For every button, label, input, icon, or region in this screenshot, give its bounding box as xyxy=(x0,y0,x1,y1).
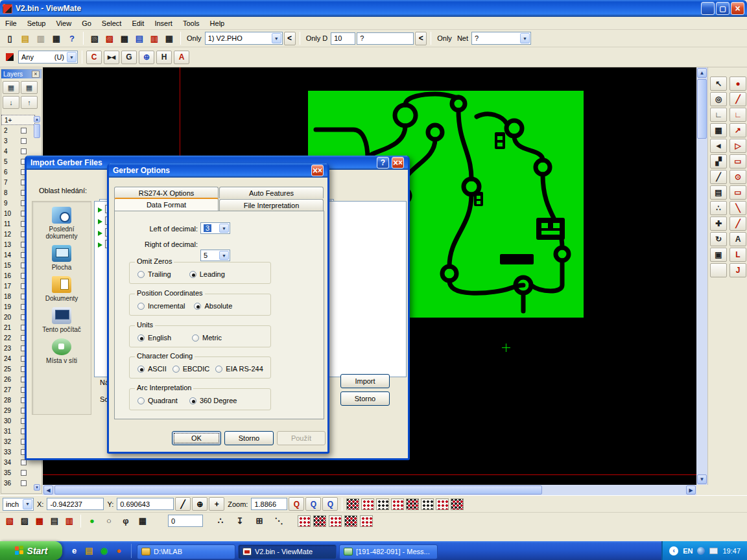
dcode-pattern-icon-5[interactable] xyxy=(360,515,373,527)
dcode-filter-field[interactable]: ? xyxy=(357,32,414,45)
add-pad-icon[interactable]: ◎ xyxy=(710,92,727,106)
chevron-down-icon[interactable] xyxy=(520,33,530,43)
gerber-dialog-titlebar[interactable]: Gerber Options × xyxy=(109,163,327,178)
menu-item[interactable]: File xyxy=(0,18,22,29)
units-combo[interactable]: inch xyxy=(3,498,34,511)
square-tool-icon[interactable]: ▣ xyxy=(710,248,727,262)
scroll-right-button[interactable] xyxy=(686,485,696,495)
layer-color-chip[interactable] xyxy=(21,138,27,144)
layer-combo[interactable]: 1) V2.PHO xyxy=(205,32,283,45)
tab[interactable]: Data Format xyxy=(114,198,219,211)
dots-tool-icon[interactable]: ∴ xyxy=(710,201,727,215)
aperture-film-icon[interactable]: ▨ xyxy=(102,32,117,45)
any-filter-combo[interactable]: Any (U) xyxy=(18,51,78,64)
place-item[interactable]: Poslední dokumenty xyxy=(32,202,91,240)
spacer-icon[interactable] xyxy=(710,263,727,277)
letter-a-icon[interactable]: A xyxy=(174,51,189,64)
scroll-left-button[interactable] xyxy=(43,485,53,495)
led-green-icon[interactable]: ● xyxy=(85,514,99,528)
dcode-pattern-icon-2[interactable] xyxy=(313,515,326,527)
dcode-pattern-icon-4[interactable] xyxy=(344,515,357,527)
measure-film-icon[interactable]: ▦ xyxy=(162,32,176,45)
help-icon[interactable]: ? xyxy=(377,157,389,169)
overlay-pattern-icon-3[interactable] xyxy=(376,498,389,510)
updater-icon[interactable]: ◉ xyxy=(99,545,110,556)
layers-scroll-down-icon[interactable] xyxy=(34,484,40,491)
radio-option[interactable]: Metric xyxy=(192,334,222,342)
internet-explorer-icon[interactable]: e xyxy=(69,545,80,556)
layers-scroll-thumb[interactable] xyxy=(34,124,40,138)
anchor-frame-icon[interactable]: ⊞ xyxy=(252,514,267,528)
layer-color-chip[interactable] xyxy=(21,128,27,134)
anchor-down-icon[interactable]: ↧ xyxy=(233,514,247,528)
place-item[interactable]: Dokumenty xyxy=(32,271,91,302)
save-icon[interactable]: ▥ xyxy=(34,32,48,45)
move-layer-down-icon[interactable] xyxy=(3,96,19,109)
layer-row[interactable]: 2 xyxy=(1,125,35,135)
left-decimal-combo[interactable]: 3 xyxy=(200,222,230,234)
browser-icon[interactable]: ● xyxy=(113,545,124,556)
overlay-pattern-icon-7[interactable] xyxy=(436,498,449,510)
layer-film-icon[interactable]: ▩ xyxy=(117,32,132,45)
tray-keyboard-icon[interactable] xyxy=(709,548,718,554)
lamp-icon[interactable]: ○ xyxy=(102,514,116,528)
language-indicator[interactable]: EN xyxy=(683,547,693,555)
film-select-icon[interactable]: ▧ xyxy=(3,514,17,528)
layer-color-chip[interactable] xyxy=(21,480,27,486)
layer-row[interactable]: 3 xyxy=(1,135,35,146)
film-box-icon[interactable]: ▥ xyxy=(147,32,161,45)
place-item[interactable]: Plocha xyxy=(32,240,91,271)
help-select-icon[interactable]: ? xyxy=(65,32,79,45)
add-diagonal-icon[interactable]: ↗ xyxy=(729,123,746,137)
net-combo[interactable]: ? xyxy=(471,32,531,45)
probe-icon[interactable]: φ xyxy=(119,514,133,528)
radio-option[interactable]: English xyxy=(137,334,171,342)
dcode-pattern-icon-1[interactable] xyxy=(298,515,311,527)
scroll-down-button[interactable] xyxy=(697,474,707,484)
layer-table-icon[interactable] xyxy=(3,81,19,94)
origin-icon[interactable]: ⊕ xyxy=(192,497,208,511)
select-cursor-icon[interactable]: ↖ xyxy=(710,76,727,91)
film-merge-icon[interactable]: ▩ xyxy=(32,514,47,528)
chevron-down-icon[interactable] xyxy=(23,499,32,509)
menu-item[interactable]: View xyxy=(51,18,77,29)
bowtie-icon[interactable]: ▸◂ xyxy=(104,51,119,64)
radio-option[interactable]: EBCDIC xyxy=(172,365,210,373)
outline-rect-icon[interactable]: ▭ xyxy=(729,154,746,169)
text-tool-icon[interactable]: A xyxy=(729,232,746,246)
next-shape-icon[interactable]: ▷ xyxy=(729,139,746,153)
layer-color-chip[interactable] xyxy=(21,470,27,476)
measure-icon[interactable]: ╱ xyxy=(175,497,191,511)
prev-shape-icon[interactable]: ◄ xyxy=(710,139,727,153)
close-icon[interactable]: × xyxy=(392,157,404,169)
radio-option[interactable]: Incremental xyxy=(137,302,185,310)
layer-row[interactable]: 36 xyxy=(1,478,35,488)
move-layer-up-icon[interactable] xyxy=(21,96,38,109)
radio-option[interactable]: Absolute xyxy=(194,302,232,310)
corner-snap-icon[interactable]: ∟ xyxy=(710,108,727,122)
layer-row[interactable]: 35 xyxy=(1,467,35,478)
chevron-down-icon[interactable] xyxy=(67,52,77,62)
circle-c-icon[interactable]: C xyxy=(86,51,102,64)
pan-icon[interactable]: + xyxy=(209,497,224,511)
apply-button[interactable]: Použít xyxy=(277,431,326,445)
hide-icons-chevron-icon[interactable]: ‹ xyxy=(669,546,678,555)
film-invert-icon[interactable]: ▨ xyxy=(18,514,32,528)
pencil-tool-icon[interactable]: ╱ xyxy=(729,216,746,231)
minimize-button[interactable] xyxy=(701,2,715,15)
letter-l-tool-icon[interactable]: L xyxy=(729,248,746,262)
radio-option[interactable]: EIA RS-244 xyxy=(215,365,263,373)
menu-item[interactable]: Go xyxy=(77,18,97,29)
import-button[interactable]: Import xyxy=(340,374,390,388)
open-folder-icon[interactable]: ▤ xyxy=(18,32,32,45)
chevron-down-icon[interactable] xyxy=(272,33,281,43)
grid-icon[interactable]: ▦ xyxy=(136,514,150,528)
menu-item[interactable]: Help xyxy=(205,18,230,29)
target-icon[interactable]: ⊕ xyxy=(139,51,154,64)
x-coordinate-field[interactable]: -0.942237 xyxy=(47,498,104,510)
add-point-icon[interactable]: ● xyxy=(729,76,746,91)
ok-button[interactable]: OK xyxy=(172,431,221,445)
slash-tool-icon[interactable]: ╱ xyxy=(710,170,727,184)
diag-select-icon[interactable]: ⋱ xyxy=(272,514,286,528)
tab[interactable]: File Interpretation xyxy=(219,199,324,211)
